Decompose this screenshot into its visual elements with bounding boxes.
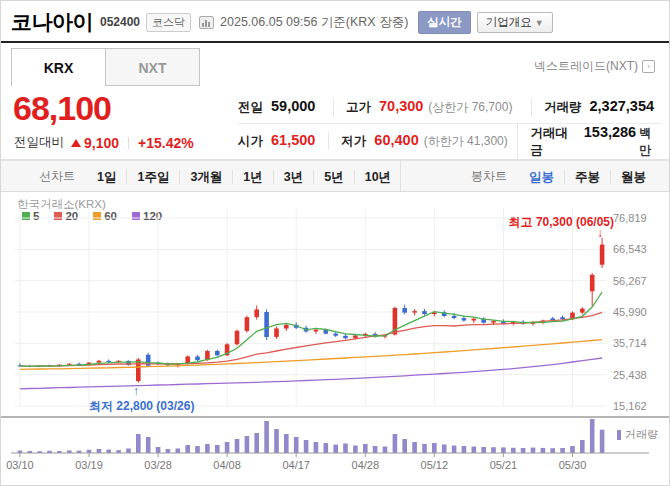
amount-value: 153,286 bbox=[584, 124, 636, 140]
low-label: 저가 bbox=[341, 133, 366, 150]
volume-label: 거래량 bbox=[544, 99, 582, 116]
tab-nxt[interactable]: NXT bbox=[105, 48, 200, 86]
svg-text:05/12: 05/12 bbox=[421, 459, 449, 471]
high-limit: (상한가 76,700) bbox=[428, 99, 512, 116]
amount-label: 거래대금 bbox=[530, 125, 575, 159]
stock-code: 052400 bbox=[100, 15, 140, 29]
svg-text:35,714: 35,714 bbox=[613, 337, 647, 349]
toolbar-period-6[interactable]: 10년 bbox=[354, 170, 401, 184]
toolbar-mode-2[interactable]: 월봉 bbox=[610, 170, 656, 184]
summary-low: 저가 60,400 (하한가 41,300) bbox=[328, 132, 517, 150]
high-label: 고가 bbox=[346, 99, 371, 116]
tab-krx[interactable]: KRX bbox=[11, 48, 106, 86]
toolbar-divider bbox=[400, 161, 401, 191]
current-price: 68,100 bbox=[13, 89, 111, 128]
volume-value: 2,327,354 bbox=[590, 98, 655, 114]
svg-text:03/10: 03/10 bbox=[6, 459, 34, 471]
chevron-down-icon: ▼ bbox=[535, 18, 544, 28]
summary-open: 시가 61,500 bbox=[238, 132, 328, 150]
svg-text:45,990: 45,990 bbox=[613, 306, 647, 318]
line-chart-label: 선차트 bbox=[39, 168, 75, 185]
change-value: 9,100 bbox=[84, 135, 119, 151]
svg-text:03/19: 03/19 bbox=[75, 459, 103, 471]
arrow-up-icon: ↑ bbox=[133, 384, 139, 398]
summary-table: 전일 59,000 고가 70,300 (상한가 76,700) 거래량 2,3… bbox=[238, 91, 661, 157]
summary-volume: 거래량 2,327,354 bbox=[531, 98, 654, 116]
svg-text:04/17: 04/17 bbox=[282, 459, 310, 471]
candlestick-chart: 76,81966,54356,26745,99035,71425,43815,1… bbox=[1, 196, 670, 485]
header: 코나아이 052400 코스닥 2025.06.05 09:56 기준(KRX … bbox=[1, 1, 669, 41]
divider bbox=[128, 137, 129, 149]
stock-title: 코나아이 bbox=[11, 8, 93, 36]
low-value: 60,400 bbox=[374, 132, 418, 148]
svg-text:04/28: 04/28 bbox=[352, 459, 380, 471]
high-value: 70,300 bbox=[379, 98, 423, 114]
company-overview-label: 기업개요 bbox=[486, 16, 532, 28]
svg-text:56,267: 56,267 bbox=[613, 275, 647, 287]
nextrade-link-label: 넥스트레이드(NXT) bbox=[534, 58, 638, 75]
svg-text:15,162: 15,162 bbox=[613, 400, 647, 412]
svg-text:05/30: 05/30 bbox=[559, 459, 587, 471]
company-overview-button[interactable]: 기업개요▼ bbox=[477, 12, 553, 33]
svg-text:66,543: 66,543 bbox=[613, 243, 647, 255]
low-limit: (하한가 41,300) bbox=[424, 133, 508, 150]
summary-amount: 거래대금 153,286 백만 bbox=[517, 124, 661, 159]
toolbar-period-4[interactable]: 3년 bbox=[273, 170, 313, 184]
toolbar-period-5[interactable]: 5년 bbox=[313, 170, 353, 184]
candle-chart-label: 봉차트 bbox=[471, 168, 507, 185]
svg-text:03/28: 03/28 bbox=[144, 459, 172, 471]
toolbar-mode-0[interactable]: 일봉 bbox=[519, 170, 564, 184]
toolbar-period-1[interactable]: 1주일 bbox=[126, 170, 179, 184]
volume-chip-icon bbox=[617, 430, 621, 440]
open-value: 61,500 bbox=[271, 132, 315, 148]
svg-text:25,438: 25,438 bbox=[613, 369, 647, 381]
open-label: 시가 bbox=[238, 133, 263, 150]
header-divider bbox=[1, 41, 669, 43]
toolbar-period-0[interactable]: 1일 bbox=[87, 170, 126, 184]
quote-datetime: 2025.06.05 09:56 기준(KRX 장중) bbox=[220, 14, 408, 31]
price-change-row: 전일대비 9,100 +15.42% bbox=[14, 134, 194, 151]
svg-text:76,819: 76,819 bbox=[613, 212, 647, 224]
realtime-button[interactable]: 실시간 bbox=[418, 11, 471, 34]
prev-label: 전일 bbox=[238, 99, 263, 116]
svg-text:04/08: 04/08 bbox=[213, 459, 241, 471]
svg-text:05/21: 05/21 bbox=[490, 459, 518, 471]
up-triangle-icon bbox=[71, 139, 81, 147]
volume-legend-label: 거래량 bbox=[625, 427, 658, 442]
nextrade-link[interactable]: 넥스트레이드(NXT) › bbox=[534, 58, 655, 75]
arrow-down-icon: ↓ bbox=[597, 226, 603, 240]
toolbar-mode-1[interactable]: 주봉 bbox=[564, 170, 610, 184]
toolbar-period-2[interactable]: 3개월 bbox=[179, 170, 232, 184]
summary-high: 고가 70,300 (상한가 76,700) bbox=[333, 98, 531, 116]
external-link-icon: › bbox=[642, 60, 655, 73]
amount-unit: 백만 bbox=[639, 125, 661, 159]
prev-value: 59,000 bbox=[271, 98, 315, 114]
change-label: 전일대비 bbox=[14, 134, 64, 151]
mini-chart-icon bbox=[199, 16, 214, 29]
toolbar-period-3[interactable]: 1년 bbox=[232, 170, 272, 184]
chart-toolbar: 선차트 1일1주일3개월1년3년5년10년 봉차트 일봉주봉월봉 bbox=[1, 160, 669, 192]
stock-page: 코나아이 052400 코스닥 2025.06.05 09:56 기준(KRX … bbox=[0, 0, 670, 486]
market-badge: 코스닥 bbox=[146, 13, 191, 32]
price-chart[interactable]: 한국거래소(KRX) 52060120 76,81966,54356,26745… bbox=[1, 193, 670, 485]
volume-legend: 거래량 bbox=[617, 427, 658, 442]
period-low-annotation: 최저 22,800 (03/26) bbox=[89, 398, 194, 415]
summary-prev: 전일 59,000 bbox=[238, 98, 333, 116]
change-percent: +15.42% bbox=[138, 135, 194, 151]
